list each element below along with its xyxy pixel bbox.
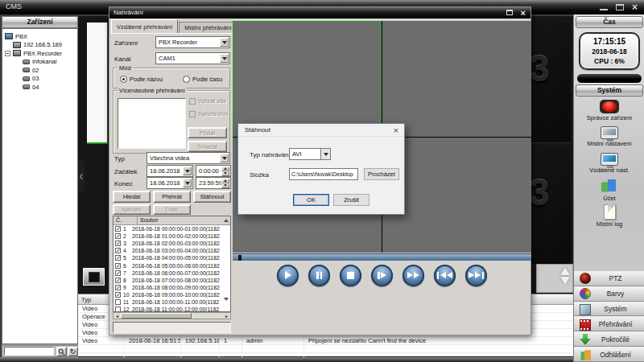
file-checkbox[interactable] (115, 255, 121, 261)
player-button[interactable] (277, 265, 299, 286)
seek-thumb[interactable] (238, 255, 242, 261)
record-type-select[interactable]: AVI (289, 148, 331, 160)
file-checkbox[interactable] (115, 292, 121, 298)
cancel-button[interactable]: Zrušit (333, 194, 369, 206)
seek-bar[interactable] (233, 253, 531, 261)
chevron-down-icon[interactable] (183, 179, 192, 187)
file-checkbox[interactable] (115, 263, 121, 269)
player-button[interactable] (371, 265, 393, 286)
player-button[interactable] (308, 265, 330, 286)
spin-up-icon[interactable] (221, 179, 229, 183)
video-cell[interactable] (382, 21, 531, 137)
tab[interactable]: Místní přehrávání (179, 22, 237, 33)
file-checkbox[interactable] (115, 241, 121, 246)
log-row[interactable]: Video 2018-06-18 16:51:54 192.168.5.189 … (78, 337, 573, 345)
file-row[interactable]: 4 2018-06-18 03:00:00-04:00:00(1182 (114, 247, 230, 254)
chevron-down-icon[interactable] (220, 154, 229, 162)
scroll-up-icon[interactable] (560, 267, 570, 275)
delete-button[interactable]: Smazat (188, 141, 227, 152)
tree-item[interactable]: PBX (2, 32, 77, 41)
nav-button[interactable]: PTZ (574, 271, 644, 286)
spin-down-icon[interactable] (221, 183, 229, 188)
close-icon[interactable]: × (394, 125, 398, 137)
checkbox-icon[interactable] (189, 111, 196, 117)
file-checkbox[interactable] (115, 299, 121, 305)
chevron-down-icon[interactable] (183, 167, 192, 175)
file-row[interactable]: 12 2018-06-18 11:00:00-12:00:00(1182 (114, 306, 230, 312)
radio-icon[interactable] (183, 76, 190, 83)
file-row[interactable]: 7 2018-06-18 06:00:00-07:00:00(1182 (114, 269, 230, 277)
scroll-down-icon[interactable] (560, 277, 570, 285)
playback-dialog-titlebar[interactable]: Nahrávání × (109, 7, 530, 19)
video-type-select[interactable]: Všechna videa (147, 152, 230, 164)
tree-expand-toggle[interactable] (5, 51, 10, 56)
player-button[interactable] (340, 265, 361, 286)
file-row[interactable]: 2 2018-06-18 01:00:00-02:00:00(1182 (114, 232, 230, 240)
file-row[interactable]: 6 2018-06-18 05:00:00-06:00:00(1182 (114, 261, 230, 269)
chevron-down-icon[interactable] (320, 149, 330, 159)
file-checkbox[interactable] (115, 285, 121, 290)
file-row[interactable]: 10 2018-06-18 09:00:00-10:00:00(1182 (114, 291, 230, 298)
player-button[interactable] (402, 265, 424, 286)
scroll-down-icon[interactable] (224, 298, 229, 301)
file-row[interactable]: 1 2018-06-18 00:00:00-01:00:00(1182 (114, 225, 230, 232)
file-row[interactable]: 9 2018-06-18 08:00:00-09:00:00(1182 (114, 284, 230, 291)
spin-up-icon[interactable] (221, 167, 229, 171)
device-search-input[interactable] (4, 347, 54, 356)
file-checkbox[interactable] (115, 278, 121, 283)
file-row[interactable]: 5 2018-06-18 04:00:00-05:00:00(1182 (114, 254, 230, 261)
radio-icon[interactable] (120, 76, 127, 83)
file-row[interactable]: 11 2018-06-18 10:00:00-11:00:00(1182 (114, 298, 230, 306)
system-menu-item[interactable]: Účet (574, 178, 644, 204)
folder-input[interactable] (289, 168, 358, 180)
file-checkbox[interactable] (115, 226, 121, 232)
ok-button[interactable]: OK (293, 194, 329, 206)
refresh-icon[interactable]: ↻ (68, 347, 78, 356)
download-button[interactable]: Stáhnout (193, 191, 231, 203)
end-time-spinner[interactable]: 23:59:59 (196, 177, 231, 189)
file-row[interactable]: 8 2018-06-18 07:00:00-08:00:00(1182 (114, 277, 230, 284)
tree-item[interactable]: 192.168.5.189 (2, 41, 77, 50)
scroll-up-icon[interactable] (224, 219, 229, 222)
tree-item[interactable]: 02 (2, 66, 77, 75)
start-time-spinner[interactable]: 0:00:00 (196, 165, 231, 177)
chevron-down-icon[interactable] (220, 54, 229, 63)
down-button[interactable]: Dolu (153, 204, 191, 215)
checkbox-icon[interactable] (189, 98, 196, 105)
spin-down-icon[interactable] (221, 171, 229, 176)
channel-select[interactable]: CAM1 (155, 52, 230, 64)
close-icon[interactable]: × (632, 2, 638, 12)
file-table-hscrollbar[interactable]: ◂ ▸ (113, 312, 231, 319)
file-checkbox[interactable] (115, 306, 121, 312)
tab[interactable]: Vzdálené přehrávání (111, 19, 178, 33)
device-select[interactable]: PBX Recorder (155, 36, 230, 48)
up-button[interactable]: Nahoru (113, 204, 151, 215)
tree-item[interactable]: PBX Recorder (2, 49, 77, 58)
start-date-select[interactable]: 18.06.2018 (147, 165, 193, 177)
play-button[interactable]: Přehrát (153, 191, 191, 203)
system-menu-item[interactable]: Místní log (574, 204, 644, 231)
scrollbar-thumb[interactable] (121, 313, 192, 319)
dialog-maximize-icon[interactable] (506, 10, 513, 15)
restore-icon[interactable] (616, 4, 624, 10)
search-icon[interactable] (56, 347, 67, 356)
file-checkbox[interactable] (115, 233, 121, 239)
player-button[interactable] (434, 265, 456, 286)
browse-button[interactable]: Procházet (364, 168, 399, 180)
scroll-left-icon[interactable]: ◂ (114, 313, 121, 319)
system-menu-item[interactable]: Vzdálené nast. (574, 151, 644, 178)
system-menu-item[interactable]: Místní nastavení (574, 125, 644, 151)
file-row[interactable]: 3 2018-06-18 02:00:00-03:00:00(1182 (114, 240, 230, 247)
multi-playback-list[interactable] (118, 98, 186, 149)
end-date-select[interactable]: 18.06.2018 (147, 177, 193, 189)
nav-button[interactable]: Přehrávání (574, 316, 644, 331)
player-button[interactable] (465, 265, 487, 286)
video-cell-selected[interactable] (233, 21, 382, 137)
stop-view-button[interactable] (83, 268, 105, 286)
tree-item[interactable]: Infokanal (2, 58, 77, 67)
chevron-down-icon[interactable] (220, 38, 229, 47)
file-checkbox[interactable] (115, 248, 121, 253)
multi-checkbox[interactable]: Synchronní (189, 110, 229, 117)
download-dialog-titlebar[interactable]: Stáhnout × (238, 124, 404, 137)
search-button[interactable]: Hledat (113, 191, 151, 203)
